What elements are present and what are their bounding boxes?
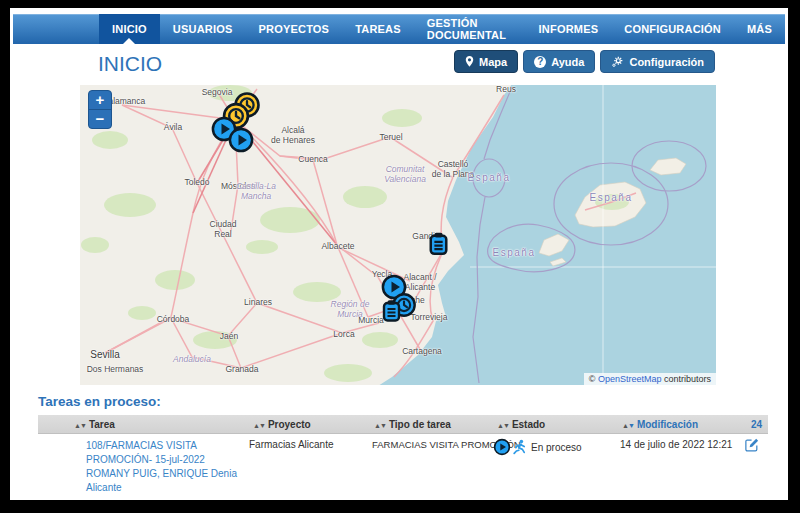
map-overlay: SalamancaSegoviaÁvilaAlcalá de HenaresMó… [80, 85, 716, 385]
column-header-proyecto[interactable]: ▲▼Proyecto [245, 419, 360, 430]
column-label: Modificación [637, 419, 698, 430]
nav-item-gestion-documental[interactable]: GESTIÓN DOCUMENTAL [414, 14, 526, 44]
zoom-in-button[interactable]: + [89, 91, 111, 109]
tasks-table: ▲▼Tarea ▲▼Proyecto ▲▼Tipo de tarea ▲▼Est… [38, 415, 768, 500]
column-label: Tipo de tarea [389, 419, 451, 430]
column-label: Estado [512, 419, 545, 430]
openstreetmap-link[interactable]: OpenStreetMap [598, 374, 662, 384]
map-label: Jaén [220, 332, 238, 342]
main-nav: INICIO USUARIOS PROYECTOS TAREAS GESTIÓN… [13, 14, 785, 44]
clipboard-marker[interactable] [424, 230, 453, 259]
clipboard-marker[interactable] [377, 297, 405, 325]
map-label: Comunitat Valenciana [384, 165, 426, 185]
column-label: Proyecto [268, 419, 311, 430]
help-button-label: Ayuda [551, 56, 584, 68]
sort-desc-icon: ▼ [503, 422, 509, 429]
gears-icon [611, 55, 624, 68]
edit-icon[interactable] [745, 438, 759, 452]
map-label: Albacete [321, 242, 354, 252]
sort-icons[interactable]: ▲▼ [622, 419, 634, 430]
table-row: 108/FARMACIAS VISITA PROMOCIÓN- 15-jul-2… [38, 434, 768, 500]
map-label: Linares [244, 298, 272, 308]
map-label: Granada [225, 365, 258, 375]
sort-desc-icon: ▼ [380, 422, 386, 429]
row-count-badge: 24 [735, 419, 768, 430]
settings-button[interactable]: Configuración [600, 50, 715, 73]
sort-desc-icon: ▼ [259, 422, 265, 429]
modified-cell: 14 de julio de 2022 12:21 [610, 434, 735, 500]
map-label: Dos Hermanas [87, 365, 144, 375]
nav-item-proyectos[interactable]: PROYECTOS [245, 14, 342, 44]
task-link[interactable]: 108/FARMACIAS VISITA PROMOCIÓN- 15-jul-2… [86, 439, 237, 495]
map-label: Ciudad Real [210, 220, 237, 240]
tasks-table-header: ▲▼Tarea ▲▼Proyecto ▲▼Tipo de tarea ▲▼Est… [38, 415, 768, 434]
map-label: Andalucía [173, 355, 211, 365]
map-label: España [493, 247, 536, 259]
map-label: Toledo [184, 178, 209, 188]
status-cell: En proceso [493, 438, 608, 456]
help-button[interactable]: ? Ayuda [523, 50, 595, 73]
column-header-tipo-de-tarea[interactable]: ▲▼Tipo de tarea [360, 419, 490, 430]
map-label: España [590, 192, 633, 204]
map-label: Alcalá de Henares [271, 126, 315, 146]
sort-desc-icon: ▼ [628, 422, 634, 429]
attribution-suffix: contributors [661, 374, 711, 384]
column-label: Tarea [89, 419, 115, 430]
map-label: Ávila [164, 123, 182, 133]
map-button[interactable]: Mapa [454, 50, 518, 73]
column-header-estado[interactable]: ▲▼Estado [490, 419, 610, 430]
sort-icons[interactable]: ▲▼ [374, 419, 386, 430]
sort-desc-icon: ▼ [80, 422, 86, 429]
status-label: En proceso [531, 442, 582, 453]
nav-item-inicio[interactable]: INICIO [99, 14, 160, 44]
map-label: Lorca [333, 330, 354, 340]
map-label: Castilla-La Mancha [236, 182, 276, 202]
column-header-tarea[interactable]: ▲▼Tarea [38, 419, 245, 430]
map-label: Córdoba [157, 315, 190, 325]
status-icon [493, 438, 526, 456]
map-label: Cartagena [402, 347, 442, 357]
nav-item-usuarios[interactable]: USUARIOS [160, 14, 246, 44]
map-button-label: Mapa [479, 56, 507, 68]
app-window: INICIO USUARIOS PROYECTOS TAREAS GESTIÓN… [10, 8, 788, 500]
sort-icons[interactable]: ▲▼ [74, 419, 86, 430]
task-type-cell: FARMACIAS VISITA PROMOCIÓN [360, 434, 490, 500]
map-label: Sevilla [90, 349, 119, 361]
page-title: INICIO [98, 52, 162, 76]
map-attribution: © OpenStreetMap contributors [584, 373, 716, 385]
map-label: Cuenca [298, 155, 327, 165]
nav-item-tareas[interactable]: TAREAS [342, 14, 414, 44]
sort-icons[interactable]: ▲▼ [253, 419, 265, 430]
column-header-modificacion[interactable]: ▲▼Modificación [610, 419, 735, 430]
nav-item-informes[interactable]: INFORMES [526, 14, 612, 44]
map-pin-icon [465, 55, 474, 68]
project-cell: Farmacias Alicante [245, 434, 360, 500]
map-label: España [468, 172, 511, 184]
nav-item-mas[interactable]: MÁS [734, 14, 785, 44]
play-marker[interactable] [228, 127, 255, 154]
map-label: Alacant / Alicante [403, 273, 436, 293]
map[interactable]: SalamancaSegoviaÁvilaAlcalá de HenaresMó… [80, 85, 716, 385]
zoom-out-button[interactable]: − [89, 109, 111, 128]
map-label: Segovia [202, 88, 233, 98]
settings-button-label: Configuración [629, 56, 704, 68]
nav-item-configuracion[interactable]: CONFIGURACIÓN [611, 14, 734, 44]
help-icon: ? [534, 56, 546, 68]
toolbar: Mapa ? Ayuda Configuración [454, 50, 715, 73]
tasks-heading: Tareas en proceso: [38, 394, 161, 409]
attribution-prefix: © [589, 374, 598, 384]
sort-icons[interactable]: ▲▼ [497, 419, 509, 430]
map-label: Reus [496, 85, 516, 95]
map-zoom-control: + − [88, 90, 112, 129]
map-label: Teruel [379, 133, 402, 143]
